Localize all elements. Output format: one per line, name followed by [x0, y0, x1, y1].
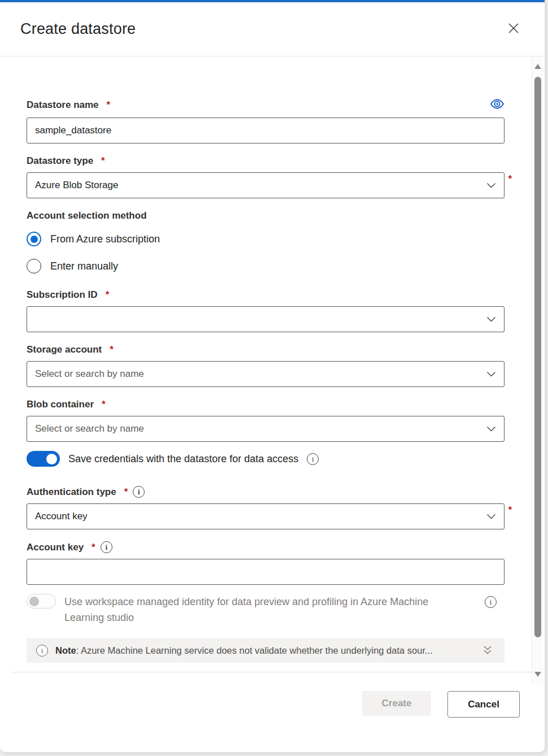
info-icon[interactable]: i [307, 453, 319, 465]
radio-from-azure-subscription[interactable]: From Azure subscription [27, 232, 504, 246]
storage-account-field: Storage account* Select or search by nam… [27, 344, 504, 387]
subscription-id-dropdown[interactable] [27, 306, 504, 332]
authentication-type-dropdown[interactable]: Account key * [27, 503, 504, 529]
account-selection-radio-group: From Azure subscription Enter manually [27, 232, 504, 273]
note-banner[interactable]: i Note: Azure Machine Learning service d… [27, 638, 504, 663]
datastore-type-field: Datastore type* Azure Blob Storage * [27, 155, 504, 198]
account-key-field: Account key* i [27, 541, 504, 585]
info-icon[interactable]: i [485, 596, 497, 608]
authentication-type-field: Authentication type* i Account key * [27, 486, 504, 529]
scrollbar-up-arrow[interactable] [534, 64, 541, 69]
required-asterisk: * [508, 505, 512, 516]
radio-selected-icon [27, 232, 41, 246]
datastore-type-label: Datastore type* [27, 155, 105, 167]
close-button[interactable] [505, 20, 522, 38]
radio-label: From Azure subscription [50, 233, 160, 245]
required-asterisk: * [508, 173, 512, 185]
double-chevron-down-icon[interactable] [482, 645, 493, 655]
required-asterisk: * [124, 486, 128, 498]
scrollbar-down-arrow[interactable] [534, 672, 541, 677]
save-credentials-label: Save credentials with the datastore for … [68, 453, 298, 465]
info-icon[interactable]: i [133, 486, 145, 498]
subscription-id-field: Subscription ID* [27, 289, 504, 332]
radio-enter-manually[interactable]: Enter manually [27, 259, 504, 273]
account-key-input[interactable] [27, 559, 504, 585]
datastore-name-input[interactable] [27, 118, 504, 144]
dialog-body: Datastore name* Datastore type* [0, 57, 545, 663]
managed-identity-row: Use workspace managed identity for data … [27, 594, 504, 625]
required-asterisk: * [102, 399, 106, 410]
datastore-type-dropdown[interactable]: Azure Blob Storage * [27, 172, 504, 198]
chevron-down-icon [486, 182, 496, 189]
subscription-id-label: Subscription ID* [27, 289, 109, 301]
required-asterisk: * [110, 344, 114, 355]
managed-identity-toggle[interactable] [27, 594, 56, 609]
note-text: Note: Azure Machine Learning service doe… [55, 645, 433, 656]
preview-eye-icon[interactable] [490, 98, 504, 112]
authentication-type-value: Account key [35, 511, 486, 522]
chevron-down-icon [486, 513, 496, 520]
storage-account-placeholder: Select or search by name [35, 368, 486, 380]
save-credentials-row: Save credentials with the datastore for … [27, 451, 504, 467]
blob-container-field: Blob container* Select or search by name [27, 399, 504, 442]
dialog-footer: Create Cancel [0, 672, 545, 718]
note-prefix: Note [55, 645, 76, 655]
managed-identity-label: Use workspace managed identity for data … [64, 594, 444, 625]
radio-label: Enter manually [50, 260, 118, 272]
cancel-button[interactable]: Cancel [447, 691, 520, 718]
create-button[interactable]: Create [362, 691, 431, 716]
blob-container-placeholder: Select or search by name [35, 423, 486, 435]
close-icon [507, 22, 520, 34]
scrollbar-thumb[interactable] [534, 77, 541, 637]
required-asterisk: * [101, 155, 105, 167]
blob-container-label: Blob container* [27, 399, 106, 410]
info-icon: i [36, 645, 48, 657]
chevron-down-icon [486, 371, 496, 377]
save-credentials-toggle[interactable] [27, 451, 60, 467]
datastore-name-field: Datastore name* [27, 98, 504, 144]
account-key-label: Account key* i [27, 541, 112, 553]
scrollbar[interactable] [532, 57, 543, 685]
required-asterisk: * [106, 289, 110, 301]
chevron-down-icon [486, 425, 496, 432]
datastore-name-label: Datastore name* [27, 99, 110, 111]
storage-account-label: Storage account* [27, 344, 114, 355]
chevron-down-icon [486, 316, 496, 323]
datastore-type-value: Azure Blob Storage [35, 180, 486, 191]
dialog-header: Create datastore [0, 2, 545, 57]
storage-account-dropdown[interactable]: Select or search by name [27, 361, 504, 387]
account-selection-method-label: Account selection method [27, 210, 504, 221]
required-asterisk: * [92, 542, 95, 553]
dialog-title: Create datastore [20, 20, 136, 38]
create-datastore-dialog: Create datastore Datastore name* [0, 0, 545, 753]
blob-container-dropdown[interactable]: Select or search by name [27, 416, 504, 442]
info-icon[interactable]: i [101, 541, 112, 553]
required-asterisk: * [107, 99, 111, 111]
authentication-type-label: Authentication type* i [27, 486, 145, 498]
radio-unselected-icon [27, 259, 41, 273]
